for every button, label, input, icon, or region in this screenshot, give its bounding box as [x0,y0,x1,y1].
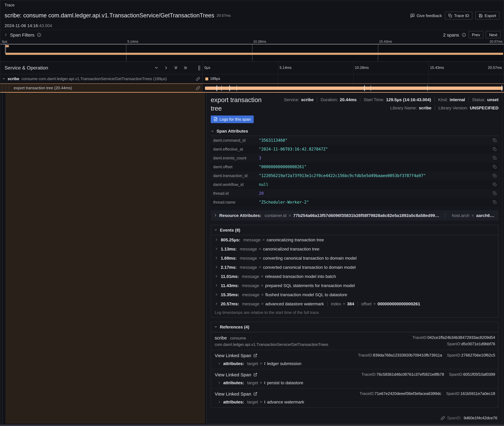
attribute-key: daml.command_id [213,138,259,142]
column-resize-handle[interactable] [199,65,201,70]
timeline-tick: 15.43ms [430,65,444,70]
reference-attributes-toggle[interactable]: attributes: target= advance watermark [215,399,495,404]
horizontal-scrollbar[interactable] [0,425,504,426]
trace-id-button[interactable]: Trace ID [445,12,472,20]
attribute-row: daml.workflow_id null [211,180,498,189]
event-row[interactable]: 2.17ms: message= converted canonical tra… [211,263,498,272]
minimap-canvas[interactable] [0,44,504,61]
chevron-down-icon [214,228,217,232]
chevron-down-icon [214,325,217,328]
event-time: 11.01ms: [221,274,239,279]
external-link-icon [253,373,257,376]
span-overview-line1: Service:scribe Duration:20.44ms Start Ti… [284,97,498,102]
copy-icon[interactable] [493,200,497,204]
attribute-row: daml.effective_at "2024-11-06T03:16:42.8… [211,145,498,153]
reference-span-id: 6051f05f10af0399 [463,372,495,376]
prev-span-button[interactable]: Prev [469,31,483,38]
event-message: converted canonical transaction to domai… [263,265,356,270]
event-row[interactable]: 20.57ms: message= advanced datastore wat… [211,299,498,308]
event-row[interactable]: 1.13ms: message= canonicalized transacti… [211,244,498,253]
chevron-down-icon [211,129,214,133]
reference-row[interactable]: scribe consume com.daml.ledger.api.v1.Tr… [211,332,498,350]
copy-icon[interactable] [493,191,497,195]
event-time: 1.13ms: [221,246,237,251]
chevron-right-icon [4,33,8,36]
library-name-label: Library Name: [390,105,417,110]
footer-span-id-label: SpanID: [447,416,462,420]
next-span-button[interactable]: Next [486,31,501,38]
collapse-caret-icon[interactable] [2,77,6,80]
attribute-value: 20 [259,191,490,195]
event-time: 11.43ms: [221,283,239,288]
chevron-right-icon [215,265,218,269]
event-row[interactable]: 805.25μs: message= canonicalizing transa… [211,235,498,244]
span-row-scribe[interactable]: scribe consume com.daml.ledger.api.v1.Tr… [0,74,504,84]
copy-icon[interactable] [493,156,497,160]
view-linked-span-link[interactable]: View Linked Span [215,353,257,358]
expand-one-icon[interactable] [164,65,168,70]
collapse-one-icon[interactable] [154,65,159,70]
view-linked-span-link[interactable]: View Linked Span [215,372,257,377]
info-icon[interactable] [37,32,42,37]
copy-icon[interactable] [493,165,497,169]
attribute-row: daml.offset "000000000000000261" [211,162,498,171]
ruler-tick: 20.57ms [490,40,503,43]
event-row[interactable]: 11.01ms: message= released transaction m… [211,272,498,281]
event-time: 15.35ms: [221,292,239,297]
chevron-right-icon [215,256,218,260]
copy-icon[interactable] [493,147,497,151]
trace-duration: 20.57ms [217,14,231,18]
view-linked-span-link[interactable]: View Linked Span [215,391,257,396]
timeline-tick: 0μs [204,65,210,70]
chevron-right-icon [218,400,221,403]
link-icon[interactable] [196,86,200,90]
event-row[interactable]: 11.43ms: message= prepared SQL statement… [211,281,498,290]
link-icon[interactable] [196,77,200,81]
export-button[interactable]: Export [476,12,499,20]
event-tick-mark [502,85,502,91]
span-row-export-selected[interactable]: export transaction tree (20.44ms) [0,84,504,93]
footer-span-id-value: 9d60e1f4c42dce76 [464,416,497,420]
timeline-tick: 10.28ms [355,65,369,70]
resource-attributes-toggle[interactable]: Resource Attributes: container.id = 77b2… [211,210,498,220]
kind-label: Kind: [438,97,448,102]
span-detail-title: export transaction tree [211,96,263,113]
event-row[interactable]: 15.35ms: message= flushed transaction mo… [211,290,498,299]
reference-target-value: advance watermark [267,399,304,404]
trace-viewer: Trace scribe: consume com.daml.ledger.ap… [0,0,504,426]
link-icon[interactable] [441,416,445,420]
event-time: 1.69ms: [221,256,237,260]
service-operation-header: Service & Operation [5,65,48,71]
page-eyebrow: Trace [5,3,499,7]
resource-attribute-value: 77b254a66a13f57d6096f35831b28f58f79828a6… [293,213,440,218]
give-feedback-button[interactable]: Give feedback [410,13,442,18]
copy-icon[interactable] [493,138,497,142]
collapse-all-icon[interactable] [174,65,178,70]
service-label: Service: [284,97,299,102]
copy-icon[interactable] [493,174,497,178]
trace-minimap[interactable]: 0μs 5.14ms 10.28ms 15.43ms 20.57ms [0,39,504,62]
events-section: Events (8) 805.25μs: message= canonicali… [211,225,498,317]
events-toggle[interactable]: Events (8) [211,225,498,235]
reference-attributes-toggle[interactable]: attributes: target= ledger submission [215,361,495,366]
span-bar-scribe[interactable] [205,77,208,80]
span-filters-toggle[interactable]: Span Filters [4,32,42,37]
info-icon[interactable] [462,32,466,37]
indent-guide [2,93,2,424]
span-attributes-toggle[interactable]: Span Attributes [211,127,498,136]
timeline-gridline [278,62,278,74]
event-row[interactable]: 1.69ms: message= converting canonical tr… [211,253,498,263]
references-heading: References (4) [220,324,249,329]
span-bar-export[interactable] [205,86,503,90]
span-detail-area: export transaction tree Service:scribe D… [0,93,504,426]
event-message: prepared SQL statements for transaction … [265,283,355,288]
reference-attributes-toggle[interactable]: attributes: target= persist to datastore [215,380,495,385]
expand-all-icon[interactable] [183,65,188,70]
copy-icon[interactable] [493,182,497,186]
span-operation-name: consume com.daml.ledger.api.v1.Transacti… [21,77,167,81]
reference-row: View Linked Span TraceID:71e67e2420deeef… [211,388,498,407]
logs-for-span-button[interactable]: Logs for this span [211,115,253,123]
attribute-key: thread.name [213,200,259,204]
start-time-value: 129.5μs (14:16:43.004) [386,97,431,102]
references-toggle[interactable]: References (4) [211,322,498,332]
